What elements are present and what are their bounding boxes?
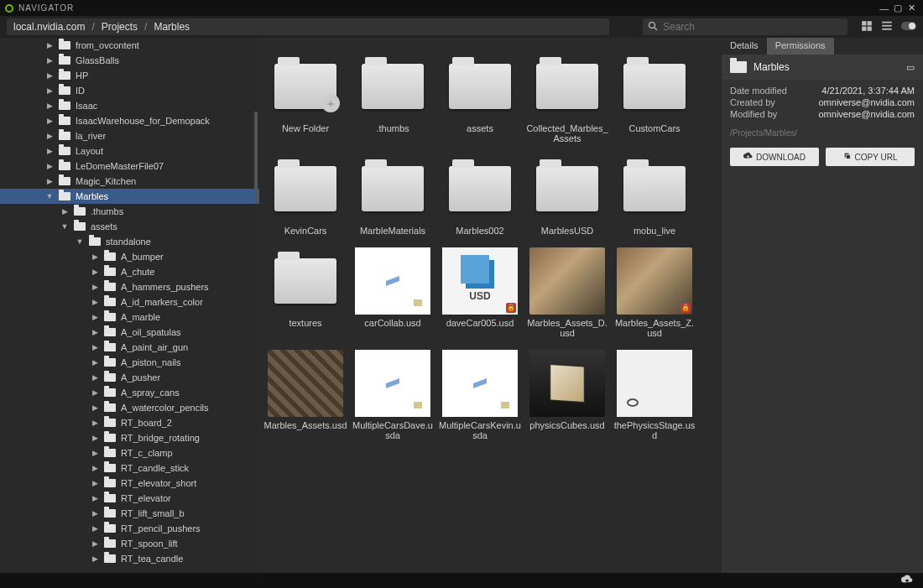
maximize-button[interactable]: ▢ [891, 3, 905, 13]
tree-node[interactable]: ▶RT_spoon_lift [0, 536, 259, 551]
toggle-icon[interactable] [901, 21, 916, 34]
tree-node[interactable]: ▶A_spray_cans [0, 385, 259, 400]
tree-node[interactable]: ▶RT_bridge_rotating [0, 430, 259, 445]
tree-node[interactable]: ▶GlassBalls [0, 53, 259, 68]
chevron-icon[interactable]: ▶ [91, 539, 99, 548]
chevron-icon[interactable]: ▼ [60, 222, 69, 231]
grid-item[interactable]: MultipleCarsKevin.usda [442, 350, 518, 440]
tree-node[interactable]: ▶RT_tea_candle [0, 551, 259, 566]
main-grid[interactable]: New Folder.thumbsassetsCollected_Marbles… [259, 38, 722, 573]
tree-node[interactable]: ▶RT_pencil_pushers [0, 521, 259, 536]
cloud-upload-icon[interactable] [901, 575, 913, 586]
chevron-icon[interactable]: ▶ [91, 358, 99, 367]
chevron-icon[interactable]: ▶ [45, 132, 54, 140]
tree-node[interactable]: ▶.thumbs [0, 204, 259, 219]
chevron-icon[interactable]: ▶ [91, 403, 99, 412]
chevron-icon[interactable]: ▶ [91, 373, 99, 382]
grid-item[interactable]: physicsCubes.usd [529, 350, 605, 440]
chevron-icon[interactable]: ▶ [45, 86, 54, 95]
chevron-icon[interactable]: ▶ [91, 494, 99, 502]
grid-item[interactable]: USD🔒daveCar005.usd [442, 247, 518, 338]
grid-item[interactable]: assets [442, 53, 518, 143]
tree-node[interactable]: ▶A_watercolor_pencils [0, 400, 259, 415]
grid-item[interactable]: CustomCars [617, 53, 692, 143]
chevron-icon[interactable]: ▶ [91, 419, 99, 427]
grid-item[interactable]: MarbleMaterials [355, 155, 430, 236]
tree-node[interactable]: ▶A_hammers_pushers [0, 279, 259, 294]
tree-node[interactable]: ▶from_ovcontent [0, 38, 259, 53]
grid-item[interactable]: carCollab.usd [355, 247, 430, 338]
search-box[interactable] [643, 18, 847, 35]
grid-item[interactable]: .thumbs [355, 53, 430, 143]
grid-item[interactable]: mobu_live [617, 155, 692, 236]
close-button[interactable]: ✕ [905, 3, 918, 13]
tree-node[interactable]: ▶la_river [0, 128, 259, 143]
breadcrumb-host[interactable]: local.nvidia.com [13, 21, 85, 33]
grid-item[interactable]: Marbles002 [442, 155, 518, 236]
grid-item[interactable]: KevinCars [268, 155, 343, 236]
chevron-icon[interactable]: ▶ [45, 177, 54, 185]
tree-node[interactable]: ▶IsaacWarehouse_for_Demopack [0, 113, 259, 128]
tree-node[interactable]: ▶Isaac [0, 98, 259, 113]
tree-node[interactable]: ▶A_oil_spatulas [0, 325, 259, 340]
tree-node[interactable]: ▶A_bumper [0, 249, 259, 264]
minimize-button[interactable]: — [878, 3, 891, 13]
chevron-icon[interactable]: ▶ [45, 41, 54, 49]
grid-item[interactable]: New Folder [268, 53, 343, 143]
download-button[interactable]: DOWNLOAD [730, 148, 819, 166]
grid-item[interactable]: Marbles_Assets_D.usd [529, 247, 605, 338]
chevron-icon[interactable]: ▼ [45, 192, 54, 200]
chevron-icon[interactable]: ▶ [45, 71, 54, 80]
tree-node[interactable]: ▶RT_lift_small_b [0, 506, 259, 521]
copy-url-button[interactable]: COPY URL [826, 148, 915, 166]
chevron-icon[interactable]: ▶ [91, 252, 99, 261]
chevron-icon[interactable]: ▶ [91, 464, 99, 472]
chevron-icon[interactable]: ▶ [91, 298, 99, 306]
tree-node[interactable]: ▶RT_c_clamp [0, 445, 259, 461]
chevron-icon[interactable]: ▶ [91, 313, 99, 321]
tree-node[interactable]: ▶RT_elevator_short [0, 476, 259, 491]
grid-item[interactable]: MarblesUSD [529, 155, 605, 236]
grid-item[interactable]: MultipleCarsDave.usda [355, 350, 430, 440]
tree-node[interactable]: ▶A_piston_nails [0, 355, 259, 370]
tree-node[interactable]: ▶A_marble [0, 310, 259, 325]
chevron-icon[interactable]: ▶ [45, 147, 54, 155]
chevron-icon[interactable]: ▶ [91, 328, 99, 336]
search-input[interactable] [663, 21, 842, 33]
grid-item[interactable]: 🔒Marbles_Assets_Z.usd [617, 247, 692, 338]
grid-item[interactable]: Collected_Marbles_Assets [529, 53, 605, 143]
tree-node[interactable]: ▶A_paint_air_gun [0, 340, 259, 355]
chevron-icon[interactable]: ▶ [91, 268, 99, 276]
tree-node[interactable]: ▶LeDomeMasterFile07 [0, 159, 259, 174]
tree-node[interactable]: ▶RT_elevator [0, 491, 259, 506]
chevron-icon[interactable]: ▼ [76, 237, 84, 246]
tree-node[interactable]: ▼assets [0, 219, 259, 234]
chevron-icon[interactable]: ▶ [91, 479, 99, 487]
chevron-icon[interactable]: ▶ [91, 524, 99, 533]
breadcrumb-seg[interactable]: Projects [102, 21, 138, 33]
list-view-icon[interactable] [881, 20, 893, 34]
grid-item[interactable]: Marbles_Assets.usd [268, 350, 343, 440]
chevron-icon[interactable]: ▶ [91, 343, 99, 351]
chevron-icon[interactable]: ▶ [91, 554, 99, 563]
chevron-icon[interactable]: ▶ [45, 117, 54, 125]
chevron-icon[interactable]: ▶ [91, 388, 99, 397]
chevron-icon[interactable]: ▶ [60, 207, 69, 216]
tab-details[interactable]: Details [722, 38, 767, 55]
grid-item[interactable]: textures [268, 247, 343, 338]
tree-node[interactable]: ▶HP [0, 68, 259, 83]
scrollbar[interactable] [254, 112, 258, 204]
grid-view-icon[interactable] [861, 20, 873, 34]
chevron-icon[interactable]: ▶ [45, 101, 54, 110]
tree-node[interactable]: ▼standalone [0, 234, 259, 249]
tree-node[interactable]: ▶Layout [0, 143, 259, 159]
tree-node[interactable]: ▶RT_candle_stick [0, 461, 259, 476]
chevron-icon[interactable]: ▶ [91, 434, 99, 442]
chevron-icon[interactable]: ▶ [91, 449, 99, 457]
chevron-icon[interactable]: ▶ [91, 283, 99, 291]
sidebar[interactable]: ▶from_ovcontent▶GlassBalls▶HP▶ID▶Isaac▶I… [0, 38, 259, 573]
tree-node[interactable]: ▶A_pusher [0, 370, 259, 385]
tree-node[interactable]: ▼Marbles [0, 189, 259, 204]
tree-node[interactable]: ▶RT_board_2 [0, 415, 259, 430]
chevron-icon[interactable]: ▶ [91, 509, 99, 518]
